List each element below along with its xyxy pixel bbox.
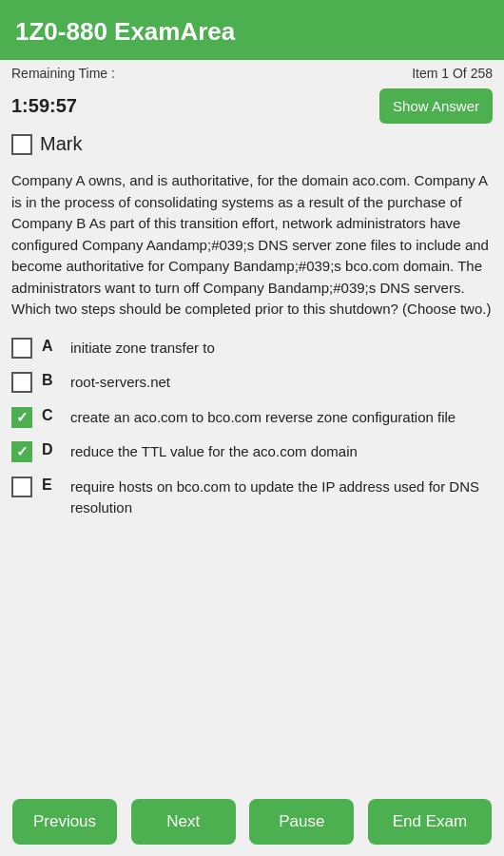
option-id-a: A (42, 338, 61, 355)
option-text-c: create an aco.com to bco.com reverse zon… (70, 407, 456, 429)
option-id-e: E (42, 477, 61, 494)
app-title: 1Z0-880 ExamArea (15, 17, 235, 46)
timer-row: 1:59:57 Show Answer (0, 85, 504, 129)
option-checkbox-a[interactable] (11, 338, 32, 359)
footer: Previous Next Pause End Exam (0, 788, 504, 856)
header: 1Z0-880 ExamArea (0, 0, 504, 60)
end-exam-button[interactable]: End Exam (368, 799, 492, 845)
option-checkbox-b[interactable] (11, 372, 32, 393)
item-count: Item 1 Of 258 (412, 66, 493, 81)
option-row-d: Dreduce the TTL value for the aco.com do… (11, 438, 493, 467)
option-text-b: root-servers.net (70, 372, 170, 394)
option-text-e: require hosts on bco.com to update the I… (70, 477, 493, 519)
next-button[interactable]: Next (131, 799, 236, 845)
previous-button[interactable]: Previous (12, 799, 117, 845)
mark-checkbox[interactable] (11, 134, 32, 155)
option-id-c: C (42, 407, 61, 424)
option-text-a: initiate zone transfer to (70, 338, 215, 360)
options-container: Ainitiate zone transfer toBroot-servers.… (0, 330, 504, 531)
question-text: Company A owns, and is authoritative, fo… (0, 163, 504, 330)
option-row-e: Erequire hosts on bco.com to update the … (11, 473, 493, 523)
option-checkbox-c[interactable] (11, 407, 32, 428)
option-checkbox-e[interactable] (11, 477, 32, 497)
option-id-d: D (42, 441, 61, 458)
show-answer-button[interactable]: Show Answer (379, 88, 493, 124)
option-text-d: reduce the TTL value for the aco.com dom… (70, 441, 358, 463)
option-id-b: B (42, 372, 61, 389)
option-row-b: Broot-servers.net (11, 368, 493, 398)
meta-bar: Remaining Time : Item 1 Of 258 (0, 60, 504, 85)
mark-label: Mark (40, 133, 82, 155)
mark-row: Mark (0, 129, 504, 163)
option-checkbox-d[interactable] (11, 441, 32, 462)
timer-display: 1:59:57 (11, 95, 77, 117)
pause-button[interactable]: Pause (249, 799, 354, 845)
remaining-label: Remaining Time : (11, 66, 115, 81)
option-row-a: Ainitiate zone transfer to (11, 334, 493, 363)
option-row-c: Ccreate an aco.com to bco.com reverse zo… (11, 403, 493, 433)
